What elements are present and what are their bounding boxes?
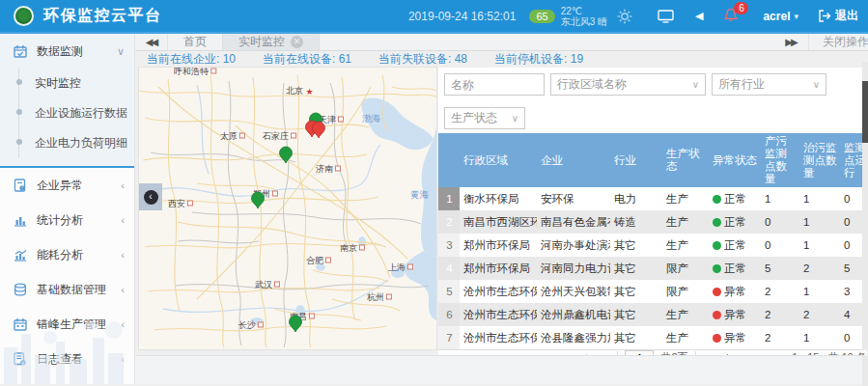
tree-dot-icon	[16, 109, 22, 115]
database-icon	[14, 283, 28, 296]
page-number-input[interactable]	[625, 350, 654, 356]
capital-star-icon: ★	[305, 87, 313, 96]
column-header-异常状态: 异常状态	[709, 133, 761, 187]
sound-mute-icon[interactable]: ◀	[695, 10, 703, 22]
next-page-button[interactable]: ▶▶	[703, 353, 714, 356]
abnormal-status-label: 异常	[724, 332, 746, 344]
row-number-header	[438, 133, 460, 187]
cell-production-status: 限产	[662, 257, 709, 280]
app-title: 环保监控云平台	[43, 6, 162, 26]
cell-production-status: 生产	[662, 303, 709, 326]
cell-region: 沧州市生态环保	[460, 303, 537, 326]
tab-close-icon[interactable]: ✕	[291, 36, 303, 48]
close-operations-button[interactable]: 关闭操作	[808, 34, 868, 50]
first-page-button[interactable]: |◀	[585, 353, 592, 356]
prev-page-button[interactable]: ◀◀	[600, 353, 611, 356]
city-label-合肥: 合肥	[306, 256, 324, 265]
cell-industry: 其它	[610, 303, 662, 326]
city-label-长沙: 长沙	[238, 320, 256, 330]
sea-label-黄海: 黄海	[410, 189, 430, 200]
sidebar-group-3[interactable]: 能耗分析‹	[0, 237, 134, 272]
china-map[interactable]: 渤海黄海呼和浩特北京★天津太原石家庄济南西安郑州南京合肥上海武汉杭州南昌长沙	[139, 68, 436, 349]
sidebar-subtree: 实时监控企业设施运行数据企业电力负荷明细	[18, 69, 134, 158]
cell-region: 郑州市环保局	[460, 257, 537, 280]
city-marker-icon	[386, 294, 391, 299]
logout-button[interactable]: 退出	[818, 8, 858, 24]
tab-realtime-label: 实时监控	[238, 34, 285, 50]
industry-select[interactable]: 所有行业 ∨	[712, 73, 826, 96]
city-label-北京: 北京	[286, 86, 303, 96]
tabs-scroll-right-icon[interactable]: ▶▶	[773, 37, 808, 47]
main-row: 渤海黄海呼和浩特北京★天津太原石家庄济南西安郑州南京合肥上海武汉杭州南昌长沙 ‹…	[135, 68, 868, 355]
vertical-scrollbar[interactable]	[862, 62, 868, 386]
name-search-input[interactable]	[444, 73, 545, 96]
sidebar-group-5[interactable]: 错峰生产管理‹	[0, 307, 134, 342]
abnormal-status-label: 异常	[724, 286, 746, 297]
normal-dot-icon	[713, 195, 721, 204]
table-row[interactable]: 1衡水环保局安环保电力生产正常110	[438, 187, 868, 210]
abnormal-dot-icon	[713, 334, 721, 343]
normal-dot-icon	[713, 264, 721, 273]
cell-abnormal-status: 正常	[709, 234, 761, 257]
sun-icon	[617, 9, 632, 24]
sidebar-group-2[interactable]: 统计分析‹	[0, 203, 134, 237]
city-marker-icon	[211, 69, 216, 73]
table-row[interactable]: 7沧州市生态环保沧县隆鑫强力加其它生产异常210	[438, 326, 868, 349]
sidebar-item-企业设施运行数据[interactable]: 企业设施运行数据	[19, 98, 134, 128]
svg-text:+: +	[22, 360, 25, 366]
production-status-select[interactable]: 生产状态 ∨	[444, 107, 525, 129]
map-collapse-handle[interactable]: ‹	[139, 183, 162, 210]
table-row[interactable]: 2南昌市西湖区环南昌有色金属有铸造生产正常010	[438, 210, 868, 234]
sidebar-group-1[interactable]: !企业异常‹	[0, 168, 134, 203]
tabs-scroll-left-icon[interactable]: ◀◀	[135, 34, 168, 50]
sidebar-group-label: 错峰生产管理	[37, 317, 106, 333]
tab-home[interactable]: 首页	[168, 34, 223, 50]
record-range-info: 1 - 15 共 19 条	[784, 350, 867, 355]
cell-region: 衡水环保局	[460, 187, 537, 210]
notification-bell[interactable]: 6	[724, 8, 738, 25]
sea-label-渤海: 渤海	[362, 113, 381, 124]
sidebar-group-0[interactable]: 数据监测∨	[0, 34, 134, 69]
row-number-cell: 2	[438, 210, 460, 234]
abnormal-status-label: 正常	[724, 193, 746, 205]
cell-industry: 其它	[610, 280, 662, 303]
stat-当前失联设备: 当前失联设备: 48	[378, 51, 467, 68]
normal-dot-icon	[713, 218, 721, 227]
table-row[interactable]: 5沧州市生态环保沧州天兴包装制其它限产异常213	[438, 280, 868, 303]
region-select[interactable]: 行政区域名称 ∨	[550, 73, 706, 96]
chevron-left-icon: ‹	[121, 353, 125, 365]
vscroll-thumb[interactable]	[862, 81, 868, 143]
last-page-button[interactable]: ▶|	[720, 353, 727, 356]
chevron-left-icon: ‹	[121, 179, 125, 191]
city-marker-icon	[359, 245, 364, 250]
cell-production-status: 限产	[662, 280, 709, 303]
abnormal-status-label: 正常	[724, 216, 746, 228]
cell-production-status: 生产	[662, 187, 709, 210]
stat-当前停机设备: 当前停机设备: 19	[494, 51, 583, 68]
cell-abnormal-status: 异常	[709, 326, 761, 349]
row-number-cell: 5	[438, 280, 460, 303]
username-menu[interactable]: acrel	[763, 10, 790, 23]
column-header-生产状态: 生产状态	[662, 133, 709, 187]
cell-region: 沧州市生态环保	[460, 326, 537, 349]
filter-bar: 行政区域名称 ∨ 所有行业 ∨ 生产状态 ∨	[438, 68, 868, 133]
cell-pollution-points: 2	[761, 326, 799, 349]
range-label: 1 - 15	[792, 351, 819, 355]
sidebar-group-4[interactable]: 基础数据管理‹	[0, 272, 134, 307]
table-row[interactable]: 4郑州市环保局河南同力电力设其它限产正常525	[438, 257, 868, 280]
sidebar-group-6[interactable]: +日志查看‹	[0, 342, 134, 376]
chevron-down-icon: ∨	[807, 79, 820, 90]
cell-pollution-points: 5	[761, 257, 799, 280]
table-row[interactable]: 6沧州市生态环保沧州鼎鑫机电设其它生产异常224	[438, 303, 868, 326]
cell-company: 河南同力电力设	[537, 257, 610, 280]
sidebar-item-企业电力负荷明细[interactable]: 企业电力负荷明细	[19, 128, 134, 158]
total-records-label: 共 19 条	[828, 351, 867, 355]
cell-pollution-points: 2	[761, 280, 799, 303]
tab-realtime-monitor[interactable]: 实时监控 ✕	[223, 34, 320, 50]
sidebar-item-实时监控[interactable]: 实时监控	[19, 69, 134, 98]
fullscreen-monitor-icon[interactable]	[658, 10, 674, 23]
table-row[interactable]: 3郑州市环保局河南办事处演示其它生产正常010	[438, 234, 868, 257]
chevron-down-icon: ∨	[686, 79, 699, 90]
cell-production-status: 生产	[662, 234, 709, 257]
city-label-西安: 西安	[168, 199, 185, 208]
